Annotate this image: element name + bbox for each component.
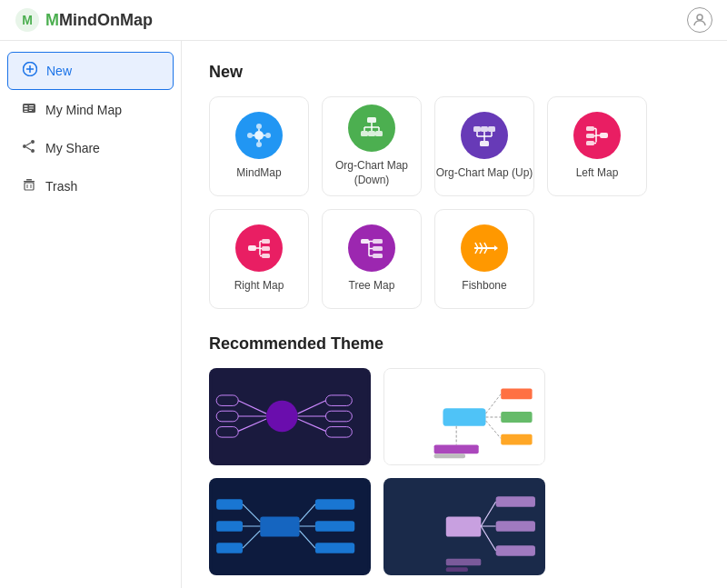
sidebar-item-my-share[interactable]: My Share [7, 130, 174, 166]
tree-map-icon [348, 224, 395, 272]
svg-rect-41 [473, 126, 481, 132]
logo-icon: M [15, 7, 40, 33]
fishbone-icon [461, 224, 508, 272]
tree-map-label: Tree Map [349, 279, 395, 294]
svg-rect-62 [262, 254, 270, 258]
theme-card-1[interactable] [209, 368, 371, 465]
svg-rect-18 [24, 181, 35, 183]
svg-point-13 [31, 140, 35, 144]
fishbone-label: Fishbone [462, 279, 506, 294]
svg-point-27 [265, 133, 271, 138]
sidebar-item-my-mind-map[interactable]: My Mind Map [7, 92, 174, 128]
svg-rect-117 [315, 543, 354, 553]
map-card-mindmap[interactable]: MindMap [209, 96, 309, 196]
svg-rect-20 [25, 183, 34, 190]
my-share-icon [22, 139, 36, 157]
svg-text:M: M [22, 13, 33, 27]
map-card-right-map[interactable]: Right Map [209, 209, 309, 309]
left-map-label: Left Map [576, 166, 619, 181]
svg-rect-131 [496, 545, 535, 556]
left-map-icon [573, 112, 621, 159]
org-chart-down-icon [348, 105, 395, 152]
svg-point-14 [23, 145, 26, 148]
svg-rect-11 [29, 108, 34, 109]
svg-rect-53 [586, 141, 594, 145]
svg-marker-83 [494, 245, 498, 251]
map-card-left-map[interactable]: Left Map [547, 96, 647, 196]
svg-rect-105 [501, 412, 532, 423]
svg-rect-111 [260, 516, 299, 536]
layout: New My Mind Map [0, 41, 727, 588]
svg-rect-12 [29, 110, 32, 111]
map-card-org-up[interactable]: Org-Chart Map (Up) [434, 96, 534, 196]
map-card-fishbone[interactable]: Fishbone [434, 209, 534, 309]
svg-rect-61 [262, 246, 270, 251]
map-card-org-down[interactable]: Org-Chart Map(Down) [322, 96, 422, 196]
theme-grid [209, 368, 700, 588]
main-content: New MindMap [182, 41, 727, 588]
svg-rect-33 [361, 131, 368, 136]
recommended-section-title: Recommended Theme [209, 334, 700, 354]
user-icon-button[interactable] [687, 7, 712, 33]
mindmap-label: MindMap [236, 166, 281, 181]
map-card-tree-map[interactable]: Tree Map [322, 209, 422, 309]
svg-rect-69 [373, 239, 383, 244]
svg-rect-51 [586, 126, 594, 131]
svg-point-2 [697, 15, 702, 20]
svg-rect-8 [25, 108, 28, 110]
svg-rect-35 [375, 131, 383, 136]
header: M MMindOnMap [0, 0, 727, 41]
trash-icon [22, 177, 36, 195]
svg-rect-68 [361, 239, 369, 244]
sidebar-item-trash[interactable]: Trash [7, 168, 174, 204]
svg-rect-125 [446, 516, 482, 536]
svg-rect-121 [216, 499, 243, 510]
svg-rect-70 [373, 246, 383, 251]
mindmap-icon [235, 112, 283, 159]
svg-rect-116 [315, 521, 354, 532]
svg-rect-52 [586, 134, 594, 138]
right-map-label: Right Map [234, 279, 284, 294]
svg-rect-19 [26, 179, 32, 181]
org-chart-up-label: Org-Chart Map (Up) [436, 166, 533, 181]
org-chart-down-label: Org-Chart Map(Down) [335, 159, 408, 187]
svg-rect-50 [600, 133, 608, 138]
svg-rect-32 [367, 117, 376, 123]
logo: M MMindOnMap [15, 7, 153, 33]
svg-rect-108 [434, 444, 479, 453]
org-chart-up-icon [461, 112, 508, 159]
svg-rect-132 [446, 559, 482, 566]
sidebar-new-label: New [46, 64, 72, 78]
logo-text: MMindOnMap [45, 11, 153, 30]
svg-rect-43 [488, 126, 495, 132]
svg-point-24 [256, 124, 262, 129]
svg-point-23 [254, 131, 264, 140]
svg-point-25 [256, 142, 262, 147]
svg-rect-106 [501, 434, 532, 445]
sidebar-item-new[interactable]: New [7, 52, 174, 90]
svg-rect-44 [480, 141, 489, 146]
svg-rect-34 [368, 131, 375, 136]
sidebar-my-share-label: My Share [45, 141, 100, 155]
svg-point-26 [247, 133, 253, 138]
theme-card-4[interactable] [383, 478, 545, 575]
svg-rect-129 [496, 496, 535, 507]
sidebar-my-mind-map-label: My Mind Map [45, 103, 122, 117]
svg-rect-7 [25, 105, 28, 107]
svg-point-85 [266, 401, 298, 433]
svg-rect-122 [216, 521, 243, 532]
svg-rect-71 [373, 254, 383, 258]
svg-rect-9 [25, 111, 28, 112]
svg-rect-42 [481, 126, 488, 132]
sidebar-trash-label: Trash [45, 179, 77, 194]
new-icon [23, 62, 37, 80]
svg-line-17 [26, 147, 31, 150]
sidebar: New My Mind Map [0, 41, 182, 588]
theme-card-2[interactable] [383, 368, 545, 465]
svg-rect-123 [216, 543, 243, 553]
svg-line-16 [26, 143, 31, 145]
svg-rect-104 [501, 389, 532, 400]
theme-card-3[interactable] [209, 478, 371, 575]
svg-rect-109 [434, 453, 465, 458]
svg-rect-59 [248, 245, 256, 251]
